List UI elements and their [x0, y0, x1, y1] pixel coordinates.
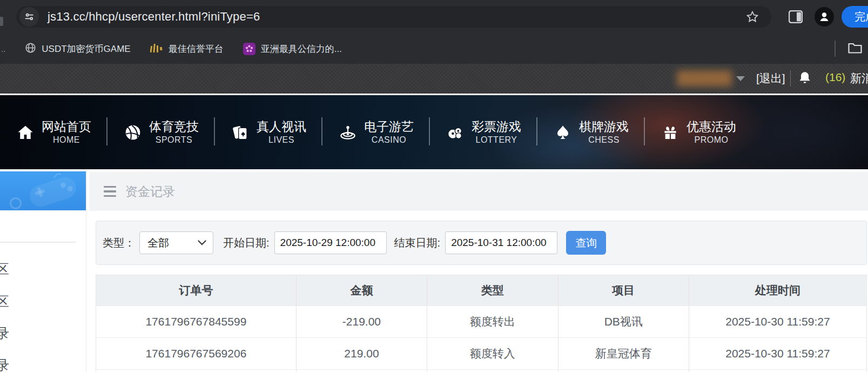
nav-item-home[interactable]: 网站首页 HOME — [0, 95, 107, 169]
cell-order-no: 1761796767569206 — [96, 338, 297, 369]
nav-item-chess[interactable]: 棋牌游戏 CHESS — [537, 95, 645, 169]
cell-type: 额度转入 — [427, 338, 558, 369]
main-content: 资金记录 类型： 全部 开始日期: 结束日期: 查询 订单号 金额 类型 项目 … — [90, 172, 868, 372]
bookmarks-divider — [835, 41, 836, 57]
done-button[interactable]: 完成 — [842, 6, 868, 28]
bookmark-usdt-game[interactable]: USDT加密货币GAME — [25, 42, 130, 56]
page-title: 资金记录 — [125, 183, 175, 200]
nav-item-promo[interactable]: 优惠活动 PROMO — [645, 95, 752, 169]
gamepad-icon — [22, 171, 84, 210]
bookmarks-bar: .. USDT加密货币GAME 最佳信誉平台 亚洲最具公信力的... — [0, 34, 868, 64]
page-body: 区 区 录 录 资金记录 类型： 全部 开始日期: 结束日期: 查询 订单号 金… — [0, 169, 868, 372]
type-label: 类型： — [103, 236, 135, 250]
sidebar-item-fragment[interactable]: 录 — [0, 324, 17, 342]
type-select-value: 全部 — [147, 236, 169, 250]
end-date-input[interactable] — [445, 231, 557, 254]
column-header: 订单号 — [96, 275, 297, 305]
bookmark-star-icon[interactable] — [745, 10, 759, 26]
home-icon — [16, 123, 35, 142]
user-header-band: [退出] (16) 新消息 — [0, 64, 868, 94]
sidebar-item-fragment[interactable]: 区 — [0, 293, 17, 310]
new-message-link[interactable]: 新消息 — [850, 71, 868, 86]
nav-item-lives[interactable]: 真人视讯 LIVES — [215, 95, 322, 169]
cell-order-no: 1761796767845599 — [96, 306, 297, 337]
nav-label-en: HOME — [53, 135, 80, 145]
nav-label-en: LOTTERY — [476, 135, 517, 145]
username-redacted[interactable] — [677, 70, 732, 87]
cell-time: 2025-10-30 11:59:27 — [689, 306, 866, 337]
bell-icon[interactable] — [797, 70, 812, 88]
main-navigation: 网站首页 HOME 体育竞技 SPORTS 真人视讯 LIVES 电子游艺 CA… — [0, 95, 868, 169]
cell-item: DB视讯 — [559, 306, 689, 337]
cell-time: 2025-10-30 11:59:27 — [689, 338, 866, 369]
nav-label-zh: 真人视讯 — [257, 119, 306, 135]
spade-icon — [554, 123, 572, 142]
type-select[interactable]: 全部 — [139, 231, 213, 254]
nav-item-sports[interactable]: 体育竞技 SPORTS — [107, 95, 215, 169]
bookmark-reputation-platform[interactable]: 最佳信誉平台 — [150, 43, 224, 55]
nav-label-en: SPORTS — [156, 135, 193, 145]
end-date-label: 结束日期: — [394, 236, 441, 250]
browser-profile-avatar[interactable] — [815, 7, 834, 26]
sidebar: 区 区 录 录 — [0, 169, 86, 372]
table-row: 1761796767845599 -219.00 额度转出 DB视讯 2025-… — [96, 305, 866, 337]
gift-icon — [661, 123, 679, 142]
nav-label-zh: 优惠活动 — [687, 119, 736, 135]
sidebar-decor-circle — [10, 197, 22, 209]
table-row-clipped — [96, 369, 866, 372]
bookmarks-folder-icon[interactable] — [847, 41, 863, 56]
globe-icon — [25, 42, 36, 56]
column-header: 项目 — [559, 275, 689, 305]
nav-label-zh: 体育竞技 — [149, 119, 199, 135]
nav-item-casino[interactable]: 电子游艺 CASINO — [322, 95, 430, 169]
query-button[interactable]: 查询 — [566, 231, 606, 255]
table-row: 1761796767569206 219.00 额度转入 新皇冠体育 2025-… — [96, 337, 866, 369]
nav-label-en: LIVES — [268, 135, 294, 145]
gold-logo-icon — [150, 43, 163, 55]
column-header: 处理时间 — [689, 275, 866, 305]
chevron-down-icon[interactable] — [736, 76, 745, 81]
start-date-input[interactable] — [274, 231, 387, 254]
nav-label-zh: 彩票游戏 — [472, 119, 521, 135]
bookmark-label: 最佳信誉平台 — [169, 43, 224, 55]
sidebar-item-fragment[interactable]: 录 — [0, 356, 17, 372]
title-bar: 资金记录 — [90, 172, 868, 211]
cards-icon — [231, 123, 250, 142]
table-header-row: 订单号 金额 类型 项目 处理时间 — [96, 275, 866, 305]
bookmark-overflow-fragment: .. — [1, 44, 5, 54]
nav-label-en: PROMO — [695, 135, 729, 145]
roulette-icon — [339, 123, 357, 142]
cell-amount: -219.00 — [297, 306, 427, 337]
bookmark-label: 亚洲最具公信力的... — [261, 43, 342, 55]
logout-link[interactable]: [退出] — [756, 71, 785, 86]
nav-label-zh: 电子游艺 — [364, 119, 414, 135]
menu-icon[interactable] — [104, 186, 116, 197]
records-table: 订单号 金额 类型 项目 处理时间 1761796767845599 -219.… — [96, 275, 867, 372]
user-band-divider — [790, 70, 791, 87]
nav-label-zh: 网站首页 — [42, 119, 91, 135]
cell-amount: 219.00 — [297, 338, 427, 369]
nav-label-en: CASINO — [372, 135, 406, 145]
bookmark-asia-credibility[interactable]: 亚洲最具公信力的... — [243, 43, 342, 55]
sidebar-header — [0, 171, 86, 210]
browser-toolbar: js13.cc/hhcp/usercenter.html?iniType=6 完… — [0, 0, 868, 34]
address-bar[interactable]: js13.cc/hhcp/usercenter.html?iniType=6 — [16, 6, 771, 28]
nav-label-zh: 棋牌游戏 — [579, 119, 629, 135]
cell-type: 额度转出 — [427, 306, 558, 337]
basketball-icon — [124, 123, 142, 142]
column-header: 类型 — [427, 275, 558, 305]
nav-label-en: CHESS — [588, 135, 620, 145]
nav-item-lottery[interactable]: 彩票游戏 LOTTERY — [430, 95, 537, 169]
purple-flower-logo-icon — [243, 43, 255, 55]
url-text[interactable]: js13.cc/hhcp/usercenter.html?iniType=6 — [48, 10, 260, 24]
filter-panel: 类型： 全部 开始日期: 结束日期: 查询 — [96, 221, 867, 265]
message-count-badge[interactable]: (16) — [825, 71, 845, 84]
bookmark-label: USDT加密货币GAME — [42, 43, 130, 55]
toolbar-edge-fragment — [0, 17, 3, 26]
start-date-label: 开始日期: — [223, 236, 270, 250]
cell-item: 新皇冠体育 — [559, 338, 689, 369]
side-panel-icon[interactable] — [789, 10, 803, 25]
sidebar-divider — [0, 242, 76, 243]
site-settings-icon[interactable] — [19, 7, 39, 26]
sidebar-item-fragment[interactable]: 区 — [0, 260, 17, 278]
